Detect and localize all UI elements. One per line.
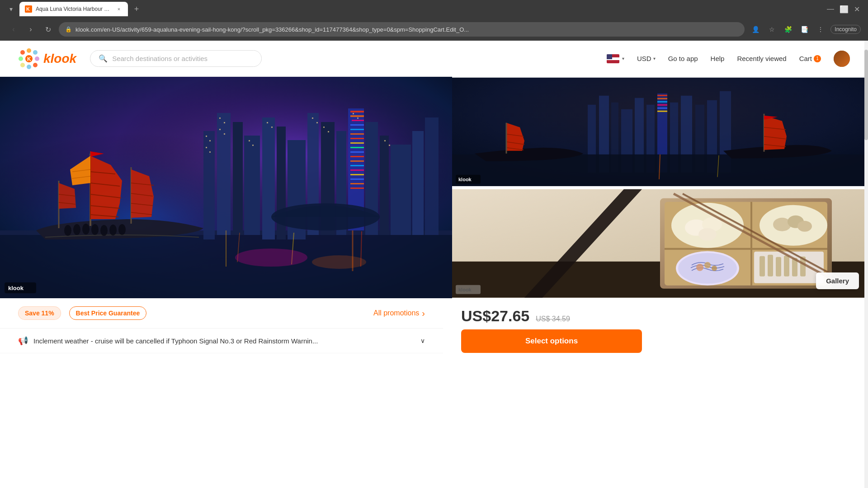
all-promotions-link[interactable]: All promotions › [373,308,425,319]
right-panel: US$27.65 US$ 34.59 Select options [443,298,868,362]
svg-rect-55 [350,115,364,117]
currency-dropdown-icon: ▾ [653,56,656,61]
speaker-icon: 📢 [18,336,28,346]
klook-logo[interactable]: K klook [18,48,76,70]
cart-link[interactable]: Cart 1 [799,55,821,62]
promotions-bar: Save 11% Best Price Guarantee All promot… [0,298,443,328]
svg-rect-123 [657,108,667,109]
left-content: Save 11% Best Price Guarantee All promot… [0,298,443,362]
svg-rect-67 [350,169,364,171]
page-scrollbar[interactable] [864,41,868,488]
user-avatar[interactable] [834,51,850,67]
svg-rect-42 [249,140,250,141]
svg-rect-144 [750,202,752,285]
svg-rect-37 [209,151,211,153]
content-area: Save 11% Best Price Guarantee All promot… [0,298,868,362]
expand-warning-button[interactable]: ∨ [420,337,425,344]
browser-nav-bar: ‹ › ↻ 🔒 klook.com/en-US/activity/659-aqu… [0,18,868,41]
go-to-app-link[interactable]: Go to app [668,55,698,62]
search-icon: 🔍 [99,54,108,63]
svg-point-5 [33,50,38,55]
thumb-2-svg: klook [452,188,868,299]
svg-rect-51 [357,117,359,119]
back-button[interactable]: ‹ [7,23,20,36]
gallery-thumb-2[interactable]: klook Gallery [452,188,868,299]
best-price-badge[interactable]: Best Price Guarantee [69,306,147,320]
svg-rect-120 [657,98,667,99]
svg-rect-122 [657,104,667,106]
select-options-button[interactable]: Select options [461,329,642,353]
star-bookmark-icon[interactable]: ☆ [765,23,778,36]
country-selector[interactable]: ▾ [607,54,624,63]
close-tab-button[interactable]: × [115,5,123,13]
svg-rect-62 [350,147,364,148]
svg-point-102 [118,224,126,235]
flag-dropdown-icon: ▾ [622,56,624,61]
svg-rect-52 [384,140,386,141]
svg-rect-162 [784,255,789,276]
svg-text:K: K [27,56,31,62]
klook-logo-text: klook [43,52,76,66]
minimize-button[interactable]: — [827,5,834,13]
price-display: US$27.65 US$ 34.59 [461,307,850,325]
svg-rect-65 [350,160,364,162]
gallery-thumb-1[interactable]: klook [452,77,868,188]
svg-point-99 [91,224,99,235]
close-window-button[interactable]: ✕ [854,5,860,14]
svg-point-155 [696,263,703,271]
help-link[interactable]: Help [711,55,725,62]
svg-rect-57 [350,124,364,126]
active-tab[interactable]: K Aqua Luna Victoria Harbour Cr... × [19,2,128,16]
extension-icon[interactable]: 🧩 [782,23,794,36]
svg-rect-53 [389,145,390,146]
gallery-main-image[interactable]: klook [0,77,452,298]
svg-rect-47 [316,122,318,123]
svg-rect-39 [224,122,225,123]
warning-bar: 📢 Inclement weather - cruise will be can… [0,328,443,353]
search-bar[interactable]: 🔍 Search destinations or activities [90,50,262,67]
svg-rect-54 [350,111,364,113]
svg-point-78 [235,249,307,267]
svg-rect-159 [760,256,765,276]
gallery-section: klook [0,77,868,298]
svg-rect-38 [219,117,221,119]
svg-point-152 [797,221,812,231]
svg-rect-33 [425,117,439,235]
save-badge[interactable]: Save 11% [18,306,61,320]
svg-rect-18 [203,131,215,239]
svg-point-97 [73,224,80,235]
recently-viewed-link[interactable]: Recently viewed [737,55,786,62]
tab-favicon: K [25,5,32,13]
address-text: klook.com/en-US/activity/659-aqualuna-ev… [75,26,738,33]
svg-rect-22 [262,117,275,239]
svg-rect-41 [224,133,225,135]
svg-rect-68 [350,174,364,175]
new-tab-button[interactable]: + [130,3,143,15]
svg-point-148 [698,228,717,240]
svg-point-101 [109,225,117,235]
svg-point-3 [20,50,25,55]
address-bar[interactable]: 🔒 klook.com/en-US/activity/659-aqualuna-… [59,22,745,37]
klook-logo-icon: K [18,48,40,70]
bookmarks-icon[interactable]: 📑 [798,23,811,36]
restore-button[interactable]: ⬜ [840,5,849,14]
lock-icon: 🔒 [65,26,72,33]
menu-icon[interactable]: ⋮ [814,23,827,36]
tab-dropdown[interactable]: ▾ [5,3,17,15]
search-input[interactable]: Search destinations or activities [112,55,208,62]
svg-rect-59 [350,133,364,135]
gallery-thumbnails: klook [452,77,868,298]
currency-symbol: US$ [461,307,491,324]
forward-button[interactable]: › [24,23,37,36]
website-content: K klook 🔍 Search destinations or activit… [0,41,868,362]
svg-rect-119 [657,95,667,96]
currency-selector[interactable]: USD ▾ [637,55,656,62]
svg-rect-36 [206,147,207,148]
scrollbar-thumb[interactable] [864,50,868,140]
svg-rect-44 [267,122,268,123]
original-price: US$ 34.59 [536,315,570,323]
gallery-button[interactable]: Gallery [816,272,859,289]
reload-button[interactable]: ↻ [42,23,54,36]
site-header: K klook 🔍 Search destinations or activit… [0,41,868,77]
profile-icon[interactable]: 👤 [749,23,762,36]
